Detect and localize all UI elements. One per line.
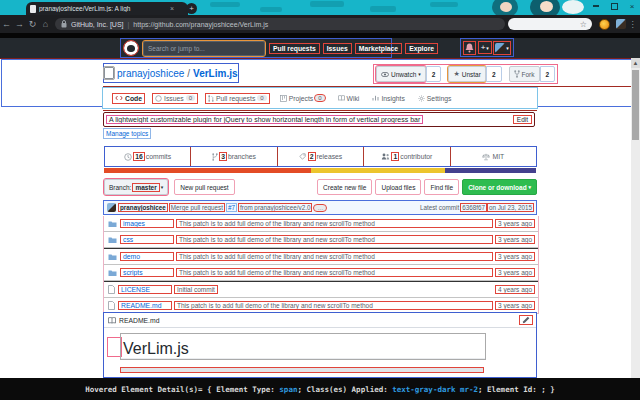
nav-pull-requests[interactable]: Pull requests xyxy=(270,44,319,53)
manage-topics-link[interactable]: Manage topics xyxy=(104,129,150,138)
unwatch-button[interactable]: Unwatch ▾ xyxy=(376,66,426,82)
tab-issues[interactable]: Issues 0 xyxy=(153,94,197,103)
nav-issues[interactable]: Issues xyxy=(324,44,351,53)
stat-license[interactable]: MIT xyxy=(451,147,536,166)
stat-branches[interactable]: 3branches xyxy=(191,147,277,166)
star-count[interactable]: 2 xyxy=(486,66,502,82)
file-commit-message[interactable]: This patch is to add full demo of the li… xyxy=(177,269,492,276)
law-icon xyxy=(482,153,490,161)
commit-author-avatar[interactable] xyxy=(107,203,116,212)
file-name-link[interactable]: scripts xyxy=(121,269,173,276)
repo-icon xyxy=(104,67,114,79)
extension-icon[interactable] xyxy=(599,19,610,30)
file-commit-message[interactable]: This patch is to add full demo of the li… xyxy=(175,302,492,309)
commit-author[interactable]: pranayjoshicee xyxy=(119,204,167,211)
repo-name-link[interactable]: VerLim.js xyxy=(193,68,237,79)
create-new-dropdown[interactable]: + ▾ xyxy=(479,42,491,53)
minimize-button[interactable] xyxy=(590,1,602,11)
repo-tab-bar: Code Issues 0 Pull requests 0 Projects 0… xyxy=(103,88,537,108)
maximize-button[interactable] xyxy=(608,1,620,11)
commit-message-tail[interactable]: from pranayjoshicee/v2.0 xyxy=(239,204,311,211)
tab-code[interactable]: Code xyxy=(113,94,144,103)
file-commit-message[interactable]: This patch is to add full demo of the li… xyxy=(177,253,492,260)
file-name-link[interactable]: demo xyxy=(121,253,173,260)
nav-marketplace[interactable]: Marketplace xyxy=(356,44,401,53)
file-name-link[interactable]: images xyxy=(121,220,173,227)
find-file-button[interactable]: Find file xyxy=(424,179,459,195)
close-button[interactable]: × xyxy=(626,1,638,11)
projects-count: 0 xyxy=(315,95,324,101)
back-icon[interactable]: ← xyxy=(0,19,13,29)
fork-group: Fork 2 xyxy=(509,66,556,82)
commit-hash-link[interactable]: 6368f67 xyxy=(461,204,486,211)
file-name-link[interactable]: css xyxy=(121,236,173,243)
url-text[interactable]: https://github.com/pranayjoshicee/VerLim… xyxy=(133,21,268,28)
tab-wiki[interactable]: Wiki xyxy=(336,94,362,103)
browser-menu-icon[interactable]: ⋮ xyxy=(626,20,639,29)
theme-pattern xyxy=(370,6,396,12)
user-avatar-dropdown[interactable]: ▾ xyxy=(494,42,510,54)
branch-selector[interactable]: Branch: master ▾ xyxy=(104,179,168,195)
forward-icon[interactable]: → xyxy=(13,19,26,29)
edit-readme-pencil-icon[interactable] xyxy=(520,316,532,324)
commit-pr-link[interactable]: #7 xyxy=(227,204,236,211)
github-search-input[interactable]: Search or jump to... xyxy=(143,41,265,56)
table-row[interactable]: demo This patch is to add full demo of t… xyxy=(104,248,538,265)
new-pull-request-button[interactable]: New pull request xyxy=(174,179,234,195)
table-row[interactable]: scripts This patch is to add full demo o… xyxy=(104,265,538,281)
home-icon[interactable]: ⌂ xyxy=(39,19,52,29)
table-row[interactable]: images This patch is to add full demo of… xyxy=(104,216,538,232)
heading-anchor-icon[interactable] xyxy=(108,338,121,356)
commit-ellipsis-button[interactable]: … xyxy=(314,205,326,211)
upload-files-button[interactable]: Upload files xyxy=(375,179,421,195)
scrollbar-thumb[interactable] xyxy=(632,70,639,140)
bookmark-star-icon[interactable]: ☆ xyxy=(580,20,587,29)
file-name-link[interactable]: LICENSE xyxy=(119,286,171,293)
file-name-link[interactable]: README.md xyxy=(119,302,171,309)
file-commit-message[interactable]: This patch is to add full demo of the li… xyxy=(177,236,492,243)
create-new-file-button[interactable]: Create new file xyxy=(317,179,372,195)
file-commit-message[interactable]: Initial commit xyxy=(175,286,217,293)
edit-description-button[interactable]: Edit xyxy=(514,116,531,123)
tab-insights[interactable]: Insights xyxy=(370,94,406,103)
plus-icon: + xyxy=(481,43,486,52)
tab-projects[interactable]: Projects 0 xyxy=(278,94,327,103)
watch-count[interactable]: 2 xyxy=(426,66,442,82)
readme-body: VerLim.js xyxy=(104,328,536,378)
table-row[interactable]: LICENSE Initial commit 4 years ago xyxy=(104,281,538,298)
address-bar[interactable]: GitHub, Inc. [US] | https://github.com/p… xyxy=(55,18,505,30)
reload-icon[interactable]: ↻ xyxy=(26,19,39,29)
scrollbar-up-icon[interactable]: ▲ xyxy=(631,58,640,68)
tab-pull-requests[interactable]: Pull requests 0 xyxy=(206,94,269,103)
tab-close-icon[interactable]: × xyxy=(170,5,174,12)
fork-count[interactable]: 2 xyxy=(540,66,556,82)
clone-or-download-button[interactable]: Clone or download ▾ xyxy=(462,179,537,195)
nav-explore[interactable]: Explore xyxy=(406,44,437,53)
github-header: Search or jump to... Pull requests Issue… xyxy=(0,38,640,58)
tab-settings[interactable]: Settings xyxy=(416,94,454,103)
file-table: images This patch is to add full demo of… xyxy=(103,216,539,314)
page-scrollbar[interactable]: ▲ xyxy=(631,58,640,378)
stat-contributors[interactable]: 1contributor xyxy=(364,147,450,166)
table-row[interactable]: css This patch is to add full demo of th… xyxy=(104,232,538,248)
fork-button[interactable]: Fork xyxy=(509,66,540,82)
code-icon xyxy=(115,95,123,101)
stat-commits[interactable]: 16commits xyxy=(105,147,191,166)
repo-owner-link[interactable]: pranayjoshicee xyxy=(117,68,184,79)
repo-stats-bar: 16commits 3branches 2releases 1contribut… xyxy=(104,146,537,167)
file-commit-message[interactable]: This patch is to add full demo of the li… xyxy=(177,220,492,227)
browser-profile-avatar[interactable] xyxy=(616,19,626,29)
notifications-bell-icon[interactable] xyxy=(464,42,475,54)
fork-icon xyxy=(514,70,520,78)
tab-favicon xyxy=(30,5,36,13)
file-icon xyxy=(108,285,115,294)
browser-tab[interactable]: pranayjoshicee/VerLim.js: A ligh × xyxy=(26,2,188,15)
browser-toolbar: ← → ↻ ⌂ GitHub, Inc. [US] | https://gith… xyxy=(0,15,640,33)
new-tab-button[interactable]: + xyxy=(186,3,197,14)
unstar-button[interactable]: ★ Unstar xyxy=(448,66,485,82)
commit-message[interactable]: Merge pull request xyxy=(170,204,224,211)
stat-releases[interactable]: 2releases xyxy=(278,147,364,166)
folder-icon xyxy=(108,236,117,244)
github-logo-icon[interactable] xyxy=(124,41,138,55)
repo-description: A lightweight customizable plugin for jQ… xyxy=(107,116,422,123)
